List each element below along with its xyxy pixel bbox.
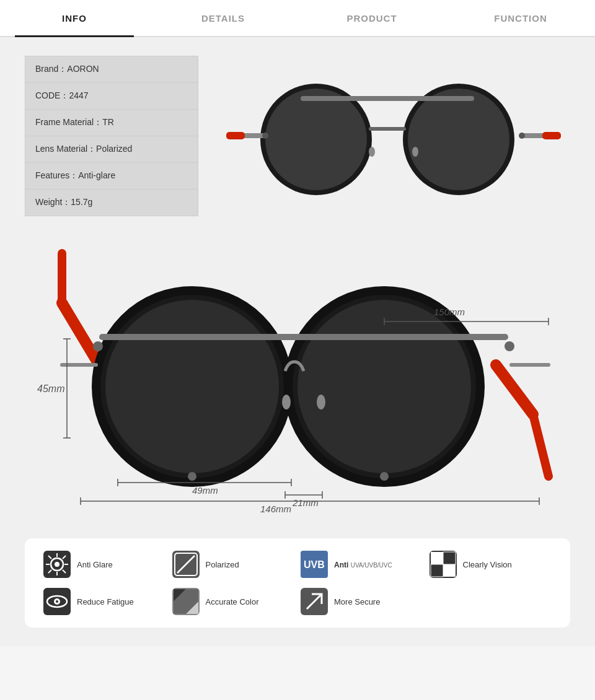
feature-polarized: Polarized [172, 551, 295, 578]
svg-line-58 [63, 570, 66, 573]
svg-point-52 [55, 562, 60, 567]
top-section: Brand：AORON CODE：2447 Frame Material：TR … [25, 56, 570, 216]
feature-uvb: UVB Anti UVA/UVB/UVC [301, 551, 423, 578]
feature-reduce-fatigue: Reduce Fatigue [43, 588, 166, 615]
nav-details[interactable]: DETAILS [149, 0, 298, 36]
feature-more-secure: More Secure [301, 588, 423, 615]
svg-point-11 [519, 133, 525, 139]
feature-clearly-vision: Clearly Vision [430, 551, 552, 578]
svg-point-29 [282, 395, 291, 409]
accurate-color-label: Accurate Color [206, 597, 259, 606]
svg-line-60 [48, 570, 51, 573]
accurate-color-icon [172, 588, 200, 615]
reduce-fatigue-icon [43, 588, 71, 615]
reduce-fatigue-label: Reduce Fatigue [77, 597, 134, 606]
clearly-vision-icon [430, 551, 457, 578]
polarized-label: Polarized [206, 560, 239, 569]
feature-anti-glare: Anti Glare [43, 551, 166, 578]
nav-function[interactable]: FUNCTION [446, 0, 595, 36]
svg-point-10 [262, 133, 268, 139]
svg-text:49mm: 49mm [192, 485, 218, 496]
more-secure-label: More Secure [334, 597, 380, 606]
anti-glare-icon [43, 551, 71, 578]
svg-text:45mm: 45mm [37, 383, 64, 394]
nav-product[interactable]: PRODUCT [298, 0, 446, 36]
anti-glare-label: Anti Glare [77, 560, 113, 569]
features-row: Features：Anti-glare [25, 163, 198, 190]
svg-point-19 [105, 300, 279, 473]
weight-row: Weight：15.7g [25, 190, 198, 216]
svg-line-16 [496, 365, 533, 414]
brand-row: Brand：AORON [25, 56, 198, 83]
svg-point-21 [298, 300, 471, 473]
info-table: Brand：AORON CODE：2447 Frame Material：TR … [25, 56, 198, 216]
navigation: INFO DETAILS PRODUCT FUNCTION [0, 0, 595, 37]
svg-rect-9 [542, 132, 561, 139]
features-box: Anti Glare Polarized UVB Anti UVA/UVB/UV [25, 538, 570, 628]
polarized-icon [172, 551, 200, 578]
svg-line-14 [62, 303, 99, 365]
uvb-text: Anti UVA/UVB/UVC [334, 560, 392, 569]
glasses-dimension-svg: 45mm 21mm 49mm 146mm 150mm [25, 241, 583, 514]
svg-text:UVB: UVB [304, 559, 325, 570]
nav-info[interactable]: INFO [0, 0, 149, 36]
svg-point-27 [188, 472, 196, 481]
svg-rect-22 [99, 334, 508, 340]
svg-point-12 [369, 147, 375, 157]
svg-line-62 [177, 556, 195, 573]
clearly-vision-label: Clearly Vision [463, 560, 512, 569]
svg-point-3 [408, 89, 509, 190]
main-content: Brand：AORON CODE：2447 Frame Material：TR … [0, 37, 595, 646]
svg-text:150mm: 150mm [434, 307, 465, 317]
svg-line-59 [63, 556, 66, 559]
glasses-dimension-area: 45mm 21mm 49mm 146mm 150mm [25, 241, 570, 526]
svg-point-25 [93, 341, 103, 351]
glasses-top-svg [220, 59, 567, 214]
svg-rect-68 [443, 564, 456, 577]
svg-rect-8 [226, 132, 245, 139]
svg-point-28 [380, 472, 389, 481]
more-secure-icon [301, 588, 328, 615]
svg-point-13 [412, 147, 418, 157]
lens-material-row: Lens Material：Polarized [25, 136, 198, 163]
svg-line-17 [533, 414, 549, 476]
svg-rect-65 [431, 552, 443, 564]
svg-line-57 [48, 556, 51, 559]
svg-point-71 [56, 600, 58, 603]
product-image-top [217, 56, 570, 216]
svg-rect-5 [301, 96, 474, 101]
feature-accurate-color: Accurate Color [172, 588, 295, 615]
frame-material-row: Frame Material：TR [25, 110, 198, 136]
svg-rect-67 [431, 564, 443, 577]
svg-text:146mm: 146mm [260, 504, 291, 514]
svg-text:21mm: 21mm [292, 497, 319, 508]
svg-point-30 [317, 395, 325, 409]
uvb-icon: UVB [301, 551, 328, 578]
svg-rect-4 [369, 127, 406, 131]
svg-point-1 [265, 89, 367, 190]
svg-rect-66 [443, 552, 456, 564]
svg-point-26 [505, 341, 514, 351]
code-row: CODE：2447 [25, 83, 198, 110]
